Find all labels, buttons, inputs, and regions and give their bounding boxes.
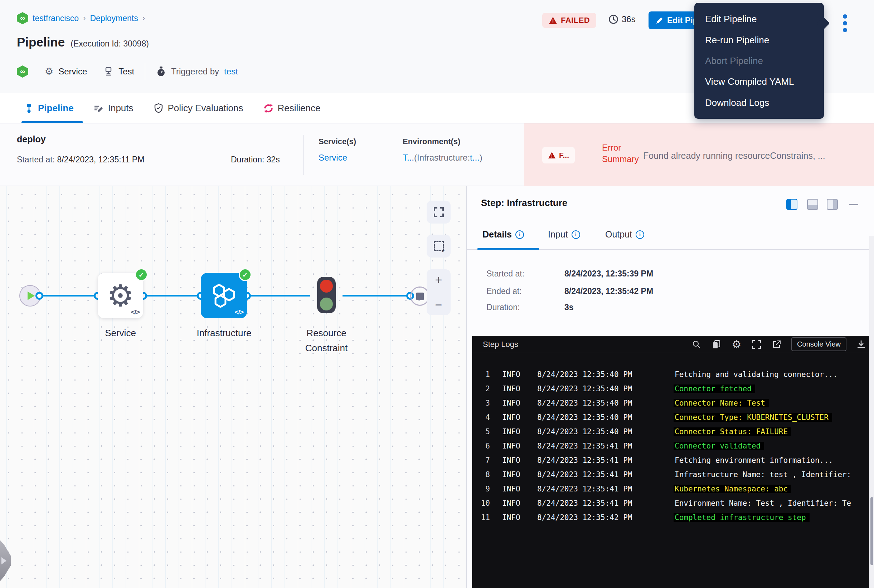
menu-item-view-compiled-yaml[interactable]: View Compiled YAML [694,77,824,86]
total-duration: 36s [608,14,636,24]
stage-name[interactable]: deploy [17,134,46,144]
tab-policy-evaluations[interactable]: Policy Evaluations [153,103,244,114]
main-area: ⚙ </> ✓ </> ✓ Service Infrastructure [0,186,874,588]
canvas-select-button[interactable] [427,235,451,258]
menu-item-edit-pipeline[interactable]: Edit Pipeline [694,14,824,24]
breadcrumb-deployments-link[interactable]: Deployments [90,14,138,23]
graph-edge [343,295,410,297]
marquee-select-icon [434,241,444,251]
step-logs-console: Step Logs ⚙ Console View [472,336,874,588]
services-header: Service(s) [319,137,356,146]
graph-edge [143,295,201,297]
stage-divider [304,135,304,175]
environments-header: Environment(s) [403,137,483,146]
tab-output[interactable]: Outputi [605,229,644,240]
open-in-new-icon[interactable] [771,339,782,350]
warning-icon [548,152,556,159]
play-icon [27,291,35,300]
detail-row-started: Started at:8/24/2023, 12:35:39 PM [467,269,789,281]
layout-bottom-view-button[interactable] [807,199,818,210]
meta-service-label[interactable]: Service [58,66,87,76]
traffic-red-light [320,280,333,292]
warning-icon [549,16,557,24]
step-panel-tabs: Detailsi Inputi Outputi [467,224,874,250]
pipeline-execution-screen: ∞ testfrancisco › Deployments › Pipeline… [0,0,874,588]
console-toolbar: Step Logs ⚙ Console View [472,336,874,353]
log-settings-gear-icon[interactable]: ⚙ [731,339,742,350]
stage-failed-badge: F... [542,147,575,164]
zoom-in-button[interactable]: + [435,274,442,286]
canvas-zoom-panel: + − [427,269,451,315]
breadcrumb-separator-icon: › [143,14,145,23]
menu-item-download-logs[interactable]: Download Logs [694,98,824,107]
log-line: 8INFO8/24/2023 12:35:41 PMInfrastructure… [472,468,874,482]
panel-scrollbar[interactable] [869,236,874,588]
code-glyph: </> [235,308,244,316]
tab-details[interactable]: Detailsi [483,229,524,240]
scrollbar-thumb[interactable] [870,497,873,565]
cd-module-icon: ∞ [17,12,28,24]
meta-divider [145,63,145,81]
stage-duration: Duration: 32s [231,155,280,165]
info-icon[interactable]: i [636,230,644,239]
menu-item-rerun-pipeline[interactable]: Re-run Pipeline [694,35,824,45]
zoom-out-button[interactable]: − [435,298,442,311]
inputs-tab-icon [94,104,104,113]
traffic-green-light [320,298,333,310]
log-rows[interactable]: 1INFO8/24/2023 12:35:40 PMFetching and v… [472,353,874,525]
detail-row-ended: Ended at:8/24/2023, 12:35:42 PM [467,286,789,298]
log-line: 4INFO8/24/2023 12:35:40 PMConnector Type… [472,410,874,424]
breadcrumb: ∞ testfrancisco › Deployments › [17,12,145,24]
meta-environment-label[interactable]: Test [119,66,134,76]
node-label-service: Service [98,326,143,340]
console-view-button[interactable]: Console View [791,337,847,351]
environment-value[interactable]: T...(Infrastructure:t...) [403,153,483,163]
node-label-resource-constraint: Resource Constraint [299,326,354,356]
title-row: Pipeline (Execution Id: 30098) [17,35,149,50]
execution-id: (Execution Id: 30098) [71,39,149,49]
search-icon[interactable] [691,339,702,350]
layout-split-view-button[interactable] [786,199,797,210]
expand-logs-icon[interactable] [751,339,762,350]
log-line: 7INFO8/24/2023 12:35:41 PMFetching envir… [472,453,874,468]
copy-icon[interactable] [711,339,722,350]
success-check-icon: ✓ [239,268,251,281]
expand-left-panel-handle[interactable] [0,540,11,581]
minimize-panel-button[interactable] [849,204,858,205]
service-gear-icon: ⚙ [45,66,53,77]
download-logs-icon[interactable] [856,339,866,350]
pipeline-tab-icon [24,104,34,113]
canvas-fullscreen-button[interactable] [427,201,451,224]
graph-port [35,292,43,300]
success-check-icon: ✓ [135,268,148,281]
service-link[interactable]: Service [319,153,356,163]
pipeline-graph-canvas[interactable]: ⚙ </> ✓ </> ✓ Service Infrastructure [0,186,466,588]
info-icon[interactable]: i [515,230,524,239]
error-summary-zone: F... Error Summary Found already running… [524,123,874,186]
info-icon[interactable]: i [572,230,580,239]
tab-resilience[interactable]: Resilience [263,103,321,114]
more-options-kebab-icon[interactable] [843,14,848,32]
tab-inputs[interactable]: Inputs [94,103,134,114]
stop-icon [416,292,424,300]
duration-value: 36s [622,14,636,24]
fullscreen-icon [434,207,444,217]
tab-pipeline[interactable]: Pipeline [24,103,74,114]
node-infrastructure[interactable]: </> ✓ [201,273,247,318]
breadcrumb-project-link[interactable]: testfrancisco [33,14,79,23]
tab-input[interactable]: Inputi [548,229,580,240]
graph-edge [39,295,98,297]
pipeline-options-menu: Edit Pipeline Re-run Pipeline Abort Pipe… [694,3,824,119]
log-line: 1INFO8/24/2023 12:35:40 PMFetching and v… [472,368,874,382]
status-badge: FAILED [542,13,596,28]
console-title: Step Logs [483,340,518,349]
node-service[interactable]: ⚙ </> ✓ [98,273,143,318]
layout-right-view-button[interactable] [827,199,838,210]
pipeline-meta-row: ∞ ⚙ Service Test Triggered by test [17,63,238,81]
node-resource-constraint[interactable] [317,277,336,314]
cd-module-icon: ∞ [17,66,28,78]
graph-edge [247,295,310,297]
node-label-infrastructure: Infrastructure [192,326,256,340]
active-tab-underline [21,121,83,123]
triggered-by-user-link[interactable]: test [224,66,238,76]
